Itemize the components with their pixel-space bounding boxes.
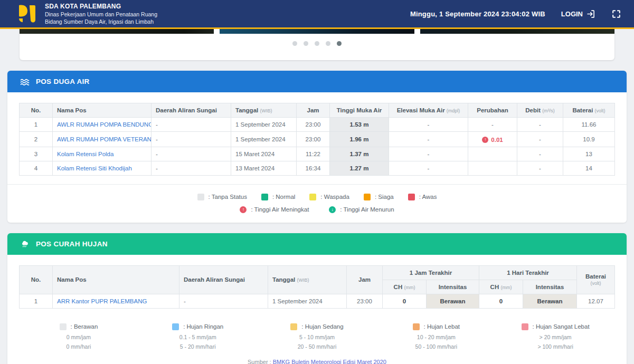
- cell-tma: 1.96 m: [330, 132, 389, 147]
- login-label: LOGIN: [561, 10, 583, 18]
- col-tma: Tinggi Muka Air: [330, 103, 389, 118]
- legend-label: : Tinggi Air Meningkat: [251, 206, 309, 213]
- legend-label: : Tanpa Status: [209, 194, 247, 200]
- cell-ch-1hari: 0: [479, 294, 523, 308]
- divider: [7, 184, 627, 185]
- app-title: SDA KOTA PALEMBANG: [45, 3, 157, 10]
- cell-intensitas-1hari: Berawan: [523, 294, 577, 308]
- cell-baterai: 14: [563, 161, 615, 175]
- cell-jam: 23:00: [347, 294, 383, 308]
- col-group-1hari: 1 Hari Terakhir: [479, 265, 577, 280]
- cell-tanggal: 13 Maret 2024: [231, 161, 297, 175]
- rain-intensity-legend: : Berawan 0 mm/jam 0 mm/hari : Hujan Rin…: [19, 323, 615, 352]
- legend-swatch: [261, 194, 268, 200]
- cell-elevasi: -: [389, 147, 468, 161]
- pos-link[interactable]: Kolam Retensi Siti Khodijah: [57, 165, 132, 171]
- cell-perubahan: [468, 161, 517, 175]
- table-row: 1 AWLR RUMAH POMPA BENDUNG - 1 September…: [20, 118, 615, 132]
- legend-swatch: [197, 194, 204, 200]
- legend-swatch: [413, 323, 420, 330]
- legend-label: : Hujan Sangat Lebat: [533, 323, 590, 330]
- table-row: 2 AWLR RUMAH POMPA VETERAN - 1 September…: [20, 132, 615, 147]
- app-subtitle-2: Bidang Sumber Daya Air, Irigasi dan Limb…: [45, 18, 157, 25]
- col-tanggal: Tanggal (WIB): [268, 265, 347, 294]
- brand: SDA KOTA PALEMBANG Dinas Pekerjaan Umum …: [16, 3, 157, 25]
- arrow-down-circle-icon: ↓: [329, 206, 336, 213]
- cell-tanggal: 1 September 2024: [231, 118, 297, 132]
- legend-swatch: [290, 323, 297, 330]
- col-ch-1jam: CH (mm): [383, 280, 427, 294]
- col-baterai: Baterai (volt): [577, 265, 615, 294]
- cell-no: 1: [20, 294, 53, 308]
- carousel-dot-2[interactable]: [304, 41, 308, 46]
- source-link[interactable]: BMKG Buletin Meteorologi Edisi Maret 202…: [273, 359, 386, 364]
- legend-swatch: [172, 323, 179, 330]
- legend-rate-per-day: 20 - 50 mm/hari: [298, 342, 337, 351]
- cell-tanggal: 15 Maret 2024: [231, 147, 297, 161]
- trend-legend: ↑ : Tinggi Air Meningkat ↓ : Tinggi Air …: [19, 206, 615, 213]
- datetime-label: Minggu, 1 September 2024 23:04:02 WIB: [410, 10, 545, 18]
- cell-das: -: [152, 118, 231, 132]
- carousel-dots: [20, 41, 614, 46]
- pos-duga-air-body: No. Nama Pos Daerah Aliran Sungai Tangga…: [7, 92, 627, 223]
- legend-item-hujan-sangat-lebat: : Hujan Sangat Lebat > 20 mm/jam > 100 m…: [496, 323, 615, 352]
- col-perubahan: Perubahan: [468, 103, 517, 118]
- carousel-dot-5[interactable]: [337, 41, 342, 46]
- fullscreen-icon: [611, 9, 621, 19]
- carousel-slide-thumbnail: [20, 29, 214, 34]
- pos-link[interactable]: AWLR RUMAH POMPA VETERAN: [57, 136, 152, 142]
- cell-das: -: [152, 132, 231, 147]
- brand-text: SDA KOTA PALEMBANG Dinas Pekerjaan Umum …: [45, 3, 157, 25]
- perubahan-value: 0.01: [491, 137, 503, 143]
- cell-baterai: 10.9: [563, 132, 615, 147]
- col-jam: Jam: [347, 265, 383, 294]
- col-no: No.: [20, 265, 53, 294]
- table-row: 4 Kolam Retensi Siti Khodijah - 13 Maret…: [20, 161, 615, 175]
- col-debit: Debit (m³/s): [517, 103, 563, 118]
- water-waves-icon: [20, 76, 30, 87]
- pupr-logo-icon: [16, 3, 38, 24]
- cell-elevasi: -: [389, 118, 468, 132]
- cell-jam: 11:22: [297, 147, 330, 161]
- legend-label: : Berawan: [71, 323, 98, 330]
- pos-link[interactable]: Kolam Retensi Polda: [57, 151, 113, 157]
- col-no: No.: [20, 103, 53, 118]
- cell-jam: 23:00: [297, 118, 330, 132]
- legend-label: : Hujan Ringan: [183, 323, 223, 330]
- legend-rate-per-day: 50 - 100 mm/hari: [415, 342, 457, 351]
- cell-elevasi: -: [389, 132, 468, 147]
- fullscreen-button[interactable]: [611, 9, 621, 19]
- pos-link[interactable]: AWLR RUMAH POMPA BENDUNG: [57, 121, 152, 128]
- carousel-dot-3[interactable]: [315, 41, 319, 46]
- col-intensitas-1hari: Intensitas: [523, 280, 577, 294]
- app-subtitle-1: Dinas Pekerjaan Umum dan Penataan Ruang: [45, 11, 157, 17]
- legend-swatch: [60, 323, 67, 330]
- login-button[interactable]: LOGIN: [561, 9, 595, 18]
- legend-item-meningkat: ↑ : Tinggi Air Meningkat: [240, 206, 309, 213]
- section-title: POS CURAH HUJAN: [36, 240, 108, 248]
- col-nama-pos: Nama Pos: [53, 265, 179, 294]
- legend-rate-per-hour: 0.1 - 5 mm/jam: [179, 332, 216, 342]
- carousel-dot-4[interactable]: [326, 41, 330, 46]
- legend-rate-per-day: 0 mm/hari: [67, 342, 91, 351]
- table-header-row: No. Nama Pos Daerah Aliran Sungai Tangga…: [20, 103, 615, 118]
- carousel-slide-thumbnail: [420, 29, 614, 34]
- cell-no: 3: [20, 147, 53, 161]
- source-prefix: Sumber :: [248, 359, 271, 364]
- legend-rate-per-hour: 0 mm/jam: [67, 332, 91, 342]
- cell-baterai: 12.07: [577, 294, 615, 308]
- pos-link[interactable]: ARR Kantor PUPR PALEMBANG: [57, 298, 147, 304]
- legend-label: : Tinggi Air Menurun: [340, 206, 394, 213]
- legend-item-normal: : Normal: [261, 194, 295, 200]
- legend-label: : Normal: [272, 194, 295, 200]
- cell-tma: 1.37 m: [330, 147, 389, 161]
- carousel-slides: [20, 29, 614, 34]
- legend-label: : Siaga: [375, 194, 394, 200]
- col-nama-pos: Nama Pos: [53, 103, 152, 118]
- cell-no: 4: [20, 161, 53, 175]
- carousel-dot-1[interactable]: [292, 41, 297, 46]
- table-header-row: No. Nama Pos Daerah Aliran Sungai Tangga…: [20, 265, 615, 280]
- cell-debit: -: [517, 132, 563, 147]
- pos-curah-hujan-header: POS CURAH HUJAN: [7, 233, 627, 255]
- page-content: POS DUGA AIR No. Nama Pos Daerah Aliran …: [0, 29, 634, 364]
